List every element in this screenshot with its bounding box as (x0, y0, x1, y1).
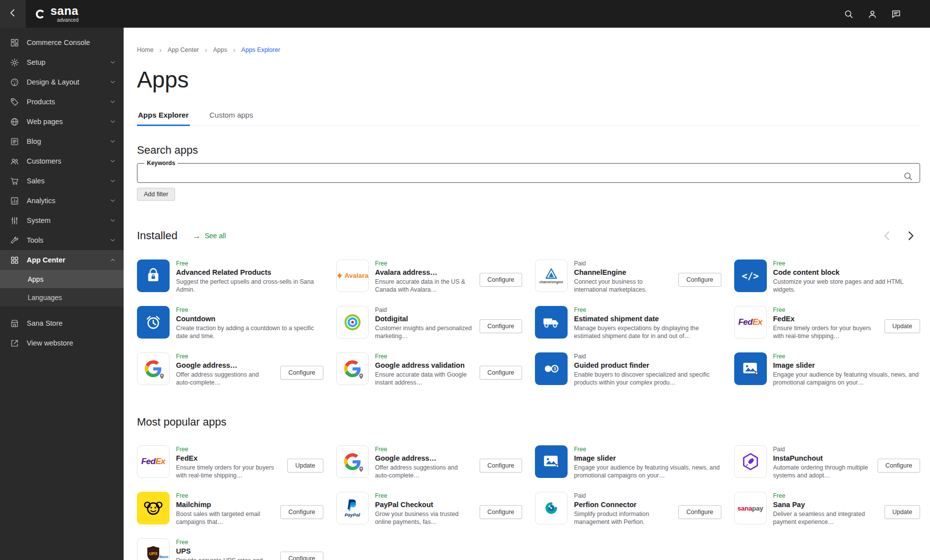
app-price-label: Free (773, 260, 921, 267)
perfion-app-icon (535, 492, 568, 524)
setup-icon (10, 58, 19, 67)
app-card-instapunchout[interactable]: PaidInstaPunchoutAutomate ordering throu… (734, 445, 921, 486)
sidebar-item-tools[interactable]: Tools (0, 230, 124, 250)
configure-button[interactable]: Configure (280, 552, 323, 560)
app-price-label: Free (176, 353, 274, 360)
app-price-label: Free (375, 260, 473, 267)
app-card-image-slider[interactable]: FreeImage sliderEngage your audience by … (734, 352, 921, 393)
app-name: Google address… (375, 454, 473, 462)
sidebar-item-sales[interactable]: Sales (0, 171, 124, 191)
configure-button[interactable]: Configure (480, 319, 522, 333)
app-description: Ensure timely orders for your buyers wit… (176, 464, 281, 480)
sidebar-item-setup[interactable]: Setup (0, 52, 124, 72)
finder-app-icon: 3 (535, 352, 568, 385)
dotdigital-app-icon (336, 306, 369, 339)
app-name: Google address validation (375, 361, 473, 369)
configure-button[interactable]: Configure (280, 505, 323, 519)
configure-button[interactable]: Configure (480, 273, 522, 287)
app-price-label: Paid (574, 353, 721, 360)
back-button[interactable] (0, 0, 26, 28)
app-card-estimated-shipment-date[interactable]: FreeEstimated shipment dateManage buyers… (535, 306, 721, 346)
add-filter-button[interactable]: Add filter (137, 188, 175, 201)
app-price-label: Free (375, 492, 473, 499)
app-card-google-address[interactable]: FreeGoogle address…Offer address suggest… (336, 445, 523, 486)
sidebar-item-blog[interactable]: Blog (0, 131, 124, 151)
breadcrumb-link[interactable]: Home (137, 46, 153, 53)
sidebar-item-view-webstore[interactable]: View webstore (0, 333, 124, 353)
breadcrumb-current[interactable]: Apps Explorer (241, 46, 280, 53)
app-card-countdown[interactable]: FreeCountdownCreate traction by adding a… (137, 306, 323, 346)
update-button[interactable]: Update (287, 459, 323, 473)
app-card-text: PaidGuided product finderEnable buyers t… (574, 352, 721, 393)
sidebar-item-label: Analytics (27, 197, 109, 205)
update-button[interactable]: Update (885, 505, 920, 519)
app-name: Estimated shipment date (574, 315, 721, 323)
search-icon[interactable] (903, 171, 913, 181)
search-icon[interactable] (843, 9, 854, 19)
app-name: Google address… (176, 361, 274, 369)
chevron-down-icon (109, 157, 117, 165)
sidebar-item-label: App Center (27, 256, 109, 264)
app-card-text: PaidInstaPunchoutAutomate ordering throu… (773, 445, 871, 486)
app-card-fedex[interactable]: FedExFreeFedExEnsure timely orders for y… (734, 306, 921, 346)
tab-apps-explorer[interactable]: Apps Explorer (137, 111, 190, 126)
main-content: Home›App Center›Apps›Apps Explorer Apps … (124, 28, 930, 560)
sidebar-item-web-pages[interactable]: Web pages (0, 112, 124, 131)
design-icon (10, 78, 19, 87)
app-card-paypal-checkout[interactable]: PayPalFreePayPal CheckoutGrow your busin… (336, 492, 523, 532)
app-card-google-address-validation[interactable]: FreeGoogle address validationEnsure accu… (336, 352, 523, 393)
sidebar-item-app-center[interactable]: App Center (0, 250, 124, 270)
sidebar-item-analytics[interactable]: Analytics (0, 191, 124, 211)
user-icon[interactable] (867, 9, 878, 19)
app-card-guided-product-finder[interactable]: 3PaidGuided product finderEnable buyers … (535, 352, 721, 393)
carousel-prev-icon[interactable] (881, 229, 893, 242)
app-description: Engage your audience by featuring visual… (574, 464, 721, 480)
sidebar-item-products[interactable]: Products (0, 92, 124, 112)
configure-button[interactable]: Configure (480, 459, 522, 473)
configure-button[interactable]: Configure (480, 366, 522, 380)
update-button[interactable]: Update (885, 319, 920, 333)
app-price-label: Paid (773, 446, 871, 453)
app-description: Ensure accurate data in the US & Canada … (375, 278, 473, 294)
app-name: Advanced Related Products (176, 268, 323, 276)
sidebar-item-commerce-console[interactable]: Commerce Console (0, 33, 124, 52)
see-all-link[interactable]: → See all (192, 232, 226, 240)
app-description: Manage buyers expectations by displaying… (574, 324, 721, 341)
app-card-image-slider[interactable]: FreeImage sliderEngage your audience by … (535, 445, 721, 486)
chat-icon[interactable] (891, 9, 901, 19)
tab-custom-apps[interactable]: Custom apps (209, 111, 254, 126)
app-card-dotdigital[interactable]: PaidDotdigitalCustomer insights and pers… (336, 306, 523, 346)
sidebar-subitem-apps[interactable]: Apps (0, 270, 124, 288)
carousel-next-icon[interactable] (904, 229, 917, 242)
app-card-sana-pay[interactable]: sanapayFreeSana PayDeliver a seamless an… (734, 492, 921, 532)
configure-button[interactable]: Configure (878, 459, 920, 473)
app-card-ups[interactable]: UPSBasicFreeUPSProvide accurate UPS rate… (137, 538, 323, 560)
app-card-channelengine[interactable]: channelenginePaidChannelEngineConnect yo… (535, 259, 721, 300)
keywords-input[interactable] (141, 169, 897, 178)
app-price-label: Free (375, 353, 473, 360)
customers-icon (10, 157, 19, 166)
configure-button[interactable]: Configure (678, 273, 721, 287)
app-card-code-content-block[interactable]: </>FreeCode content blockCustomize your … (734, 259, 921, 300)
app-card-text: FreeGoogle address…Offer address suggest… (176, 352, 274, 393)
app-name: InstaPunchout (773, 454, 871, 462)
app-card-avalara-address[interactable]: AvalaraFreeAvalara address…Ensure accura… (336, 259, 523, 300)
sidebar-item-design-layout[interactable]: Design & Layout (0, 72, 124, 92)
configure-button[interactable]: Configure (280, 366, 323, 380)
app-card-perfion-connector[interactable]: PaidPerfion ConnectorSimplify product in… (535, 492, 721, 532)
arrow-right-icon: → (192, 232, 201, 240)
app-card-mailchimp[interactable]: FreeMailchimpBoost sales with targeted e… (137, 492, 323, 532)
app-card-fedex[interactable]: FedExFreeFedExEnsure timely orders for y… (137, 445, 323, 486)
app-card-text: PaidDotdigitalCustomer insights and pers… (375, 306, 473, 346)
sidebar-item-customers[interactable]: Customers (0, 151, 124, 171)
app-price-label: Paid (574, 492, 672, 499)
configure-button[interactable]: Configure (480, 505, 522, 519)
configure-button[interactable]: Configure (678, 505, 721, 519)
app-card-google-address[interactable]: FreeGoogle address…Offer address suggest… (137, 352, 323, 393)
breadcrumb-link[interactable]: Apps (213, 46, 227, 53)
sidebar-item-system[interactable]: System (0, 211, 124, 230)
sidebar-item-sana-store[interactable]: Sana Store (0, 313, 124, 333)
breadcrumb-link[interactable]: App Center (168, 46, 199, 53)
app-card-advanced-related-products[interactable]: FreeAdvanced Related ProductsSuggest the… (137, 259, 323, 300)
sidebar-subitem-languages[interactable]: Languages (0, 288, 124, 306)
